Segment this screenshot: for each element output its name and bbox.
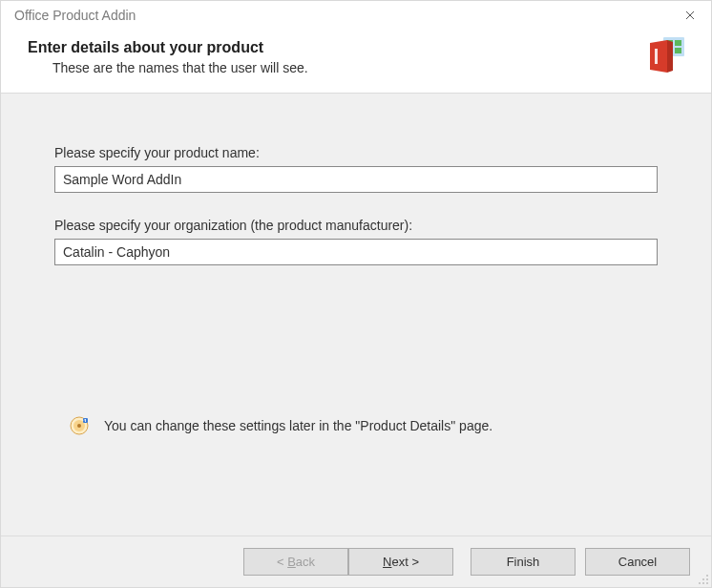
svg-point-14 <box>702 582 704 584</box>
svg-point-10 <box>706 575 708 577</box>
wizard-content: Please specify your product name: Please… <box>1 94 711 536</box>
close-button[interactable] <box>669 1 711 30</box>
svg-rect-2 <box>675 40 681 46</box>
product-name-group: Please specify your product name: <box>54 145 658 193</box>
header-title: Enter details about your product <box>28 39 646 56</box>
info-row: You can change these settings later in t… <box>70 416 658 435</box>
finish-button[interactable]: Finish <box>471 548 576 576</box>
close-icon <box>685 10 695 20</box>
svg-rect-4 <box>675 48 681 53</box>
wizard-footer: < Back Next > Finish Cancel <box>1 536 711 587</box>
svg-point-8 <box>77 424 81 428</box>
organization-label: Please specify your organization (the pr… <box>54 218 658 233</box>
window-title: Office Product Addin <box>14 8 669 23</box>
product-name-label: Please specify your product name: <box>54 145 658 160</box>
svg-point-13 <box>699 582 701 584</box>
next-button[interactable]: Next > <box>348 548 453 576</box>
svg-rect-5 <box>655 49 658 64</box>
resize-grip-icon[interactable] <box>698 574 709 585</box>
back-button: < Back <box>243 548 348 576</box>
product-name-input[interactable] <box>54 166 658 193</box>
organization-input[interactable] <box>54 239 658 265</box>
svg-point-11 <box>702 578 704 580</box>
wizard-header: Enter details about your product These a… <box>1 30 711 94</box>
cancel-button[interactable]: Cancel <box>585 548 690 576</box>
svg-point-12 <box>706 578 708 580</box>
info-icon <box>70 416 89 435</box>
svg-point-15 <box>706 582 708 584</box>
titlebar: Office Product Addin <box>1 1 711 30</box>
header-subtitle: These are the names that the user will s… <box>52 60 646 75</box>
organization-group: Please specify your organization (the pr… <box>54 218 658 265</box>
office-product-icon <box>646 37 684 75</box>
info-text: You can change these settings later in t… <box>104 418 492 433</box>
